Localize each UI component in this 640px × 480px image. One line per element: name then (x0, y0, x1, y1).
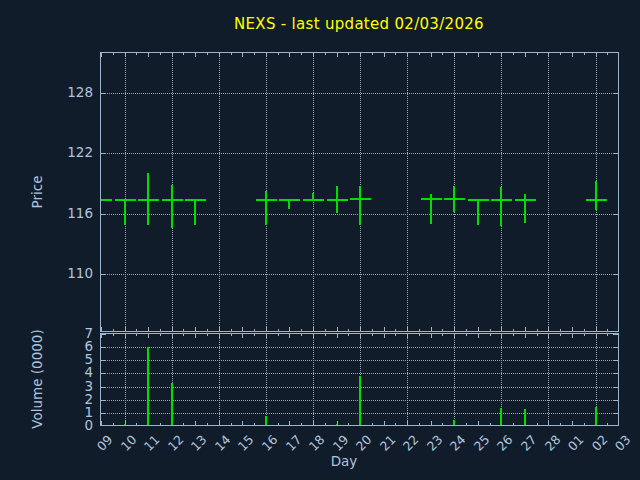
y-tick (101, 93, 106, 94)
x-tick (607, 329, 608, 331)
x-tick (242, 334, 243, 338)
day-tick-label: 20 (353, 432, 375, 454)
volume-bar (359, 376, 361, 426)
x-tick (183, 53, 184, 55)
x-tick (395, 334, 396, 336)
volume-bar (524, 409, 526, 426)
x-tick (160, 329, 161, 331)
x-tick (407, 334, 408, 338)
x-tick (266, 334, 267, 338)
price-bar-close-dash (162, 199, 183, 201)
day-tick-label: 12 (164, 432, 186, 454)
x-gridline (219, 53, 220, 331)
y-tick (613, 274, 618, 275)
x-tick (513, 53, 514, 55)
y-tick (613, 373, 618, 374)
x-tick (313, 421, 314, 425)
y-tick (613, 347, 618, 348)
x-tick (195, 421, 196, 425)
x-tick (360, 327, 361, 331)
x-tick (419, 329, 420, 331)
x-tick (125, 53, 126, 57)
x-tick (372, 334, 373, 336)
price-bar-wick (500, 187, 502, 226)
x-tick (289, 327, 290, 331)
day-tick-label: 01 (565, 432, 587, 454)
volume-bar (124, 424, 126, 426)
y-tick (613, 153, 618, 154)
x-tick (348, 53, 349, 55)
x-tick (219, 53, 220, 57)
x-tick (148, 327, 149, 331)
x-tick (525, 327, 526, 331)
day-tick-label: 22 (400, 432, 422, 454)
x-tick (466, 53, 467, 55)
volume-bar (265, 416, 267, 427)
x-tick (607, 334, 608, 336)
price-tick-label: 116 (49, 205, 93, 221)
x-tick (466, 423, 467, 425)
x-gridline (548, 53, 549, 331)
y-tick (101, 347, 106, 348)
x-tick (501, 327, 502, 331)
x-tick (372, 53, 373, 55)
volume-bar (500, 408, 502, 426)
x-tick (572, 53, 573, 57)
x-tick (195, 334, 196, 338)
volume-bar (171, 383, 173, 426)
x-tick (572, 334, 573, 338)
y-tick (613, 387, 618, 388)
day-tick-label: 17 (282, 432, 304, 454)
x-tick (501, 334, 502, 338)
price-bar-close-dash (303, 199, 324, 201)
x-tick (407, 53, 408, 57)
y-gridline (101, 274, 618, 275)
x-tick (442, 334, 443, 336)
y-tick (101, 274, 106, 275)
x-tick (337, 327, 338, 331)
volume-bar (477, 425, 479, 426)
x-tick (548, 327, 549, 331)
volume-bar (336, 424, 338, 426)
x-tick (513, 329, 514, 331)
price-bar-close-dash (444, 198, 465, 200)
x-tick (231, 334, 232, 336)
x-tick (537, 329, 538, 331)
price-bar-close-dash (491, 199, 512, 201)
volume-plot-area (100, 333, 619, 426)
x-tick (607, 423, 608, 425)
x-tick (207, 423, 208, 425)
x-tick (431, 327, 432, 331)
y-tick (101, 214, 106, 215)
price-bar-wick (595, 181, 597, 210)
x-tick (431, 53, 432, 57)
x-tick (537, 53, 538, 55)
x-gridline (407, 53, 408, 331)
price-bar-close-dash (350, 198, 371, 200)
y-tick (101, 413, 106, 414)
y-tick (613, 93, 618, 94)
x-tick (101, 421, 102, 425)
price-bar-wick (171, 185, 173, 228)
price-bar-wick (265, 191, 267, 225)
y-tick (613, 400, 618, 401)
x-tick (466, 334, 467, 336)
x-tick (301, 329, 302, 331)
x-tick (596, 53, 597, 57)
x-tick (289, 334, 290, 338)
day-tick-label: 18 (306, 432, 328, 454)
x-tick (195, 327, 196, 331)
price-bar-close-dash (100, 199, 112, 201)
x-tick (584, 53, 585, 55)
price-bar-close-dash (138, 199, 159, 201)
y-tick (101, 387, 106, 388)
x-tick (431, 334, 432, 338)
y-tick (101, 334, 106, 335)
x-tick (348, 334, 349, 336)
price-tick-label: 110 (49, 265, 93, 281)
x-tick (219, 334, 220, 338)
price-axis-label: Price (29, 176, 45, 209)
x-tick (266, 327, 267, 331)
x-tick (183, 334, 184, 336)
x-tick (360, 334, 361, 338)
